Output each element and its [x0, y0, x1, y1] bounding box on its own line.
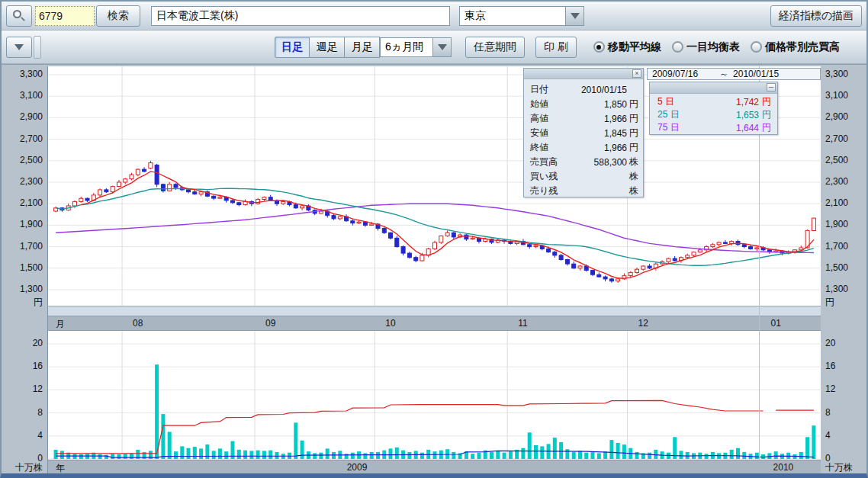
chevron-down-icon	[438, 44, 447, 50]
legend-panel-titlebar[interactable]: ─	[650, 82, 777, 94]
minimize-icon[interactable]: ─	[767, 83, 776, 91]
radio-icon	[672, 41, 683, 53]
radio-icon	[593, 41, 605, 53]
price-axis-tick-right: 1,300	[825, 284, 848, 294]
volume-axis-tick-right: 8	[825, 407, 831, 418]
ma-period-label: 5 日	[657, 95, 690, 108]
economic-indicator-button[interactable]: 経済指標の描画	[770, 5, 862, 27]
info-value: 588,300	[570, 157, 627, 168]
price-axis-tick-right: 2,100	[825, 197, 848, 208]
toolbar-bottom: 日足 週足 月足 6ヵ月間 任意期間 印 刷 移動平均線 一目均衡表 価格帯別売…	[2, 30, 866, 64]
toolbar-divider-handle[interactable]	[34, 36, 41, 59]
month-label-11: 11	[518, 318, 527, 329]
price-axis-tick-right: 2,900	[825, 111, 848, 122]
info-label: 始値	[530, 98, 570, 111]
info-value: 1,850	[570, 99, 627, 110]
price-axis-tick-left: 1,300	[3, 284, 43, 294]
volume-axis-tick-right: 4	[825, 430, 831, 441]
price-axis-tick-right: 1,900	[825, 219, 848, 229]
stock-name-field[interactable]	[151, 6, 450, 26]
ma-value: 1,742	[690, 97, 759, 107]
print-button[interactable]: 印 刷	[535, 37, 577, 58]
info-label: 安値	[530, 127, 570, 140]
info-value: 1,966	[570, 143, 627, 153]
radio-volume-by-price[interactable]: 価格帯別売買高	[751, 40, 840, 54]
info-row-高値: 高値1,966円	[530, 111, 638, 126]
scroll-strip	[47, 306, 821, 316]
exchange-value: 東京	[460, 7, 565, 25]
month-label-10: 10	[385, 318, 395, 329]
period-combobox[interactable]: 6ヵ月間	[380, 37, 452, 57]
volume-axis-tick-left: 12	[3, 383, 43, 394]
month-label-09: 09	[265, 318, 275, 329]
date-range-bar[interactable]: 2009/07/16 ～ 2010/01/15	[647, 68, 821, 80]
info-unit: 円	[627, 141, 638, 154]
month-axis-header: 月	[56, 318, 65, 331]
price-axis-tick-left: 2,100	[3, 197, 43, 208]
info-label: 日付	[530, 83, 570, 96]
radio-ichimoku[interactable]: 一目均衡表	[672, 40, 740, 54]
tab-daily[interactable]: 日足	[275, 37, 310, 58]
info-label: 買い残	[530, 170, 570, 183]
info-row-安値: 安値1,845円	[530, 126, 638, 140]
info-unit: 株	[627, 156, 638, 168]
ma-legend-panel: ─ 5 日1,742円25 日1,653円75 日1,644円	[649, 82, 778, 135]
info-row-終値: 終値1,966円	[530, 140, 638, 155]
exchange-dropdown-button[interactable]	[565, 7, 583, 25]
volume-axis-tick-left: 8	[3, 407, 43, 418]
price-axis-unit-left: 円	[3, 296, 43, 309]
price-axis-unit-right: 円	[825, 296, 834, 309]
month-label-01: 01	[770, 318, 780, 329]
info-row-始値: 始値1,850円	[530, 97, 638, 111]
chevron-down-icon	[14, 44, 24, 50]
ma-value: 1,644	[690, 123, 759, 133]
price-axis-tick-left: 2,300	[3, 176, 43, 187]
search-button[interactable]: 検索	[96, 5, 140, 27]
volume-chart-plot[interactable]	[47, 331, 821, 460]
exchange-combobox[interactable]: 東京	[459, 6, 584, 26]
price-axis-tick-right: 1,700	[825, 241, 848, 252]
ma-unit: 円	[759, 108, 771, 121]
chevron-down-icon	[571, 13, 580, 19]
volume-axis-unit-right: 十万株	[825, 461, 853, 474]
radio-icon	[751, 41, 762, 53]
info-panel-titlebar[interactable]: ×	[524, 69, 643, 79]
tab-monthly[interactable]: 月足	[345, 37, 380, 58]
info-row-買い残: 買い残株	[530, 169, 638, 184]
range-end-date: 2010/01/15	[733, 69, 779, 79]
volume-axis-tick-right: 20	[825, 338, 835, 348]
year-label-2009: 2009	[347, 462, 368, 473]
overlay-radio-group: 移動平均線 一目均衡表 価格帯別売買高	[593, 40, 840, 54]
ma-unit: 円	[759, 121, 771, 134]
volume-axis-tick-right: 12	[825, 383, 835, 394]
timeframe-tabs: 日足 週足 月足	[275, 37, 380, 58]
info-unit: 円	[627, 127, 638, 140]
info-label: 終値	[530, 141, 570, 154]
period-dropdown-button[interactable]	[432, 38, 451, 56]
info-label: 売り残	[530, 184, 570, 197]
dropdown-arrow-button[interactable]	[6, 37, 32, 58]
info-value: 1,845	[570, 128, 627, 139]
range-start-date: 2009/07/16	[652, 69, 698, 79]
stock-code-input[interactable]	[35, 6, 95, 26]
volume-axis-tick-left: 4	[3, 430, 43, 441]
price-axis-tick-right: 2,700	[825, 133, 848, 144]
toolbar-top: 検索 東京 経済指標の描画	[2, 2, 866, 30]
ohlc-info-panel: × 日付2010/01/15始値1,850円高値1,966円安値1,845円終値…	[523, 68, 644, 197]
radio-label: 一目均衡表	[686, 40, 740, 54]
ma-legend-row-5日: 5 日1,742円	[657, 95, 771, 108]
ma-legend-row-75日: 75 日1,644円	[657, 121, 771, 134]
radio-label: 価格帯別売買高	[765, 40, 840, 54]
custom-range-button[interactable]: 任意期間	[465, 37, 525, 58]
year-axis-strip: 年20092010	[47, 460, 821, 474]
stock-search-icon-button[interactable]	[6, 5, 32, 27]
tab-weekly[interactable]: 週足	[310, 37, 345, 58]
volume-axis-tick-left: 16	[3, 361, 43, 371]
radio-label: 移動平均線	[608, 40, 661, 54]
radio-moving-average[interactable]: 移動平均線	[593, 40, 661, 54]
close-icon[interactable]: ×	[632, 69, 641, 78]
stock-chart-window: 検索 東京 経済指標の描画 日足 週足 月足 6ヵ月間 任意期間 印 刷 移動平…	[0, 0, 868, 478]
info-label: 売買高	[530, 156, 570, 168]
info-row-売買高: 売買高588,300株	[530, 155, 638, 169]
info-row-日付: 日付2010/01/15	[530, 82, 638, 97]
